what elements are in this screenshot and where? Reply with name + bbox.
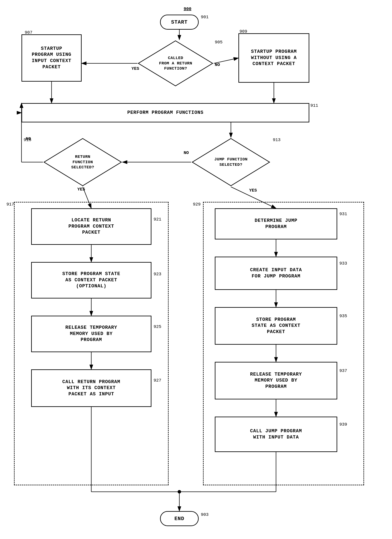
ref-923: 923 [154, 272, 161, 277]
ref-901: 901 [201, 14, 208, 19]
box-909: STARTUP PROGRAMWITHOUT USING ACONTEXT PA… [238, 33, 309, 83]
box-933: CREATE INPUT DATAFOR JUMP PROGRAM [215, 257, 337, 290]
box-921: LOCATE RETURNPROGRAM CONTEXTPACKET [31, 208, 151, 245]
box-907: STARTUPPROGRAM USINGINPUT CONTEXTPACKET [21, 34, 82, 82]
label-yes-down: YES [77, 187, 85, 192]
label-no-left: NO [26, 136, 31, 141]
ref-935: 935 [339, 313, 347, 318]
svg-point-27 [178, 490, 181, 493]
diamond-913: JUMP FUNCTIONSELECTED? [191, 137, 271, 187]
ref-909: 909 [239, 29, 247, 34]
ref-939: 939 [339, 422, 347, 427]
box-911: PERFORM PROGRAM FUNCTIONS [21, 103, 309, 122]
ref-931: 931 [339, 212, 347, 217]
label-no-left2: NO [184, 150, 189, 155]
start-node: START [160, 14, 199, 30]
ref-913: 913 [273, 137, 281, 142]
box-923: STORE PROGRAM STATEAS CONTEXT PACKET(OPT… [31, 262, 151, 298]
box-925: RELEASE TEMPORARYMEMORY USED BYPROGRAM [31, 316, 151, 352]
ref-907: 907 [25, 30, 32, 35]
box-931: DETERMINE JUMPPROGRAM [215, 208, 337, 239]
diamond-905: CALLEDFROM A RETURNFUNCTION? [137, 40, 214, 87]
ref-925: 925 [154, 324, 161, 329]
box-939: CALL JUMP PROGRAMWITH INPUT DATA [215, 417, 337, 452]
ref-903: 903 [201, 512, 208, 517]
box-927: CALL RETURN PROGRAMWITH ITS CONTEXTPACKE… [31, 369, 151, 407]
ref-937: 937 [339, 368, 347, 373]
ref-921: 921 [154, 217, 161, 222]
label-yes-down2: YES [249, 188, 257, 193]
ref-933: 933 [339, 261, 347, 266]
figure-number: 900 [184, 6, 191, 11]
diamond-915: RETURNFUNCTIONSELECTED? [43, 137, 122, 187]
ref-927: 927 [154, 378, 161, 383]
end-node: END [160, 511, 199, 526]
ref-917: 917 [6, 202, 14, 207]
box-937: RELEASE TEMPORARYMEMORY USED BYPROGRAM [215, 362, 337, 399]
ref-905: 905 [215, 40, 223, 45]
box-935: STORE PROGRAMSTATE AS CONTEXTPACKET [215, 307, 337, 345]
ref-929: 929 [193, 202, 201, 207]
flowchart-diagram: 900 START 901 CALLEDFROM A RETURNFUNCTIO… [0, 0, 392, 539]
label-yes-left: YES [131, 66, 139, 71]
label-no-right: NO [215, 62, 220, 67]
ref-911: 911 [310, 103, 318, 108]
